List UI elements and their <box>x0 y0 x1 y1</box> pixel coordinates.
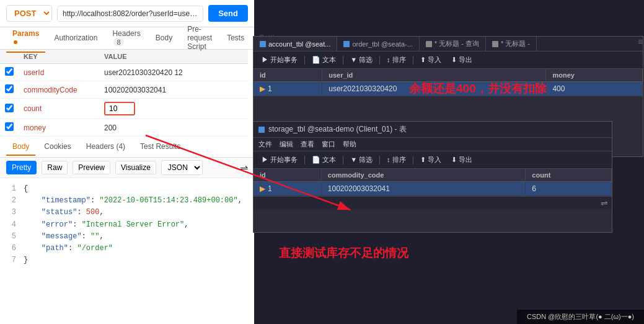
resize-icon[interactable]: ⇌ <box>601 198 608 208</box>
storage-text-btn[interactable]: 📄 文本 <box>309 154 339 166</box>
storage-title-bar: storage_tbl @seata-demo (Client_01) - 表 <box>254 122 612 138</box>
menu-edit[interactable]: 编辑 <box>280 140 293 149</box>
tab-body[interactable]: Body <box>149 29 179 48</box>
account-table-body: id user_id money ▶1 user2021030320420 40… <box>254 69 643 96</box>
pretty-btn[interactable]: Pretty <box>6 161 37 174</box>
cell-money: 400 <box>546 82 643 96</box>
storage-sort-btn[interactable]: ↕ 排序 <box>384 154 409 166</box>
preview-btn[interactable]: Preview <box>73 161 110 174</box>
tab-authorization[interactable]: Authorization <box>48 29 104 48</box>
footer-bar: CSDN @欣慰的三叶草(● 二(ω)一●) <box>517 310 644 324</box>
table-row: money200 <box>0 119 248 137</box>
params-table: KEY VALUE userIduser2021030320420 12comm… <box>0 50 248 137</box>
storage-panel-title: storage_tbl @seata-demo (Client_01) - 表 <box>268 124 407 135</box>
table-row: userIduser2021030320420 12 <box>0 64 248 81</box>
storage-export-btn[interactable]: ⬇ 导出 <box>448 154 475 166</box>
table-icon <box>260 41 266 47</box>
resize-handle[interactable]: ≡ <box>638 37 643 51</box>
json-line-3: 3 "status": 500, <box>6 207 248 218</box>
tab-body-result[interactable]: Body <box>6 138 35 156</box>
storage-table-body: id commodity_code count ▶1 1002020030320… <box>254 169 612 196</box>
method-select[interactable]: POST <box>6 5 52 22</box>
text-btn[interactable]: 📄 文本 <box>309 54 339 66</box>
storage-panel: storage_tbl @seata-demo (Client_01) - 表 … <box>253 121 612 233</box>
annotation-test: 直接测试库存不足的情况 <box>279 245 408 261</box>
footer-text: CSDN @欣慰的三叶草(● 二(ω)一●) <box>527 312 634 322</box>
col-id: id <box>254 69 322 82</box>
param-value-0: user2021030320420 12 <box>99 64 248 81</box>
tab-pre-request[interactable]: Pre-request Script <box>181 20 218 57</box>
begin-transaction-btn[interactable]: ▶ 开始事务 <box>258 54 301 66</box>
sort-btn[interactable]: ↕ 排序 <box>384 54 409 66</box>
raw-btn[interactable]: Raw <box>42 161 68 174</box>
response-tabs: Body Cookies Headers (4) Test Results <box>0 137 254 158</box>
param-key-1: commodityCode <box>19 81 99 99</box>
storage-filter-btn[interactable]: ▼ 筛选 <box>347 154 376 166</box>
tab-params[interactable]: Params <box>6 24 45 53</box>
storage-menu: 文件 编辑 查看 窗口 帮助 <box>254 138 612 151</box>
json-line-5: 5 "message": "", <box>6 231 248 243</box>
col-user-id: user_id <box>322 69 546 82</box>
top-tabs: Params Authorization Headers 8 Body Pre-… <box>0 27 254 50</box>
param-checkbox-1[interactable] <box>5 84 14 93</box>
cell-user-id: user2021030320420 <box>322 82 546 96</box>
filter-btn[interactable]: ▼ 筛选 <box>347 54 376 66</box>
json-line-4: 4 "error": "Internal Server Error", <box>6 219 248 231</box>
storage-begin-transaction-btn[interactable]: ▶ 开始事务 <box>258 154 301 166</box>
account-tab-active[interactable]: account_tbl @seat... <box>254 37 337 51</box>
param-checkbox-2[interactable] <box>5 104 14 112</box>
storage-col-commodity-code: commodity_code <box>321 169 526 182</box>
json-line-1: 1{ <box>6 183 248 195</box>
order-tab[interactable]: order_tbl @seata-... <box>337 37 419 51</box>
table-icon2 <box>343 41 350 47</box>
json-body: 1{2 "timestamp": "2022-10-06T15:14:23.48… <box>0 178 254 271</box>
storage-bottom-bar: ⇌ <box>254 196 612 209</box>
param-key-3: money <box>19 119 99 137</box>
menu-view[interactable]: 查看 <box>301 140 314 149</box>
format-bar: Pretty Raw Preview Visualize JSON ⇌ <box>0 158 254 178</box>
account-panel-tabs: account_tbl @seat... order_tbl @seata-..… <box>254 37 643 52</box>
query-tab1[interactable]: * 无标题 - 查询 <box>420 37 486 51</box>
visualize-btn[interactable]: Visualize <box>115 161 156 174</box>
json-line-2: 2 "timestamp": "2022-10-06T15:14:23.489+… <box>6 195 248 207</box>
storage-cell-commodity-code: 100202003032041 <box>321 182 526 196</box>
storage-toolbar: ▶ 开始事务 📄 文本 ▼ 筛选 ↕ 排序 ⬆ 导入 ⬇ 导出 <box>254 151 612 169</box>
storage-table-icon <box>258 127 265 133</box>
storage-import-btn[interactable]: ⬆ 导入 <box>417 154 444 166</box>
storage-col-count: count <box>526 169 612 182</box>
param-checkbox-0[interactable] <box>5 67 14 76</box>
tab-headers-result[interactable]: Headers (4) <box>80 138 131 156</box>
table-row: commodityCode100202003032041 <box>0 81 248 99</box>
col-money: money <box>546 69 643 82</box>
query-icon2 <box>492 41 498 47</box>
storage-data-table: id commodity_code count ▶1 1002020030320… <box>254 169 612 196</box>
tab-cookies[interactable]: Cookies <box>38 138 77 156</box>
count-input[interactable] <box>104 102 135 115</box>
tab-test-results[interactable]: Test Results <box>134 138 187 156</box>
format-select[interactable]: JSON <box>161 160 203 175</box>
param-value-1: 100202003032041 <box>99 81 248 99</box>
storage-table-row[interactable]: ▶1 100202003032041 6 <box>254 182 612 196</box>
menu-window[interactable]: 窗口 <box>322 140 335 149</box>
copy-icon[interactable]: ⇌ <box>240 162 248 174</box>
params-section: KEY VALUE userIduser2021030320420 12comm… <box>0 50 254 137</box>
param-key-2: count <box>19 99 99 119</box>
import-btn[interactable]: ⬆ 导入 <box>417 54 444 66</box>
export-btn[interactable]: ⬇ 导出 <box>448 54 475 66</box>
menu-file[interactable]: 文件 <box>258 140 272 149</box>
query-icon <box>426 41 432 47</box>
json-line-7: 7} <box>6 254 248 266</box>
tab-tests[interactable]: Tests <box>221 29 250 48</box>
storage-cell-count: 6 <box>526 182 612 196</box>
cell-id: ▶1 <box>254 82 322 96</box>
param-value-2 <box>99 99 248 119</box>
table-row[interactable]: ▶1 user2021030320420 400 <box>254 82 643 96</box>
param-checkbox-3[interactable] <box>5 122 14 131</box>
table-row: count <box>0 99 248 119</box>
menu-help[interactable]: 帮助 <box>343 140 356 149</box>
storage-col-id: id <box>254 169 321 182</box>
tab-headers[interactable]: Headers 8 <box>106 24 146 53</box>
query-tab2[interactable]: * 无标题 - <box>486 37 537 51</box>
json-line-6: 6 "path": "/order" <box>6 243 248 254</box>
param-key-0: userId <box>19 64 99 81</box>
